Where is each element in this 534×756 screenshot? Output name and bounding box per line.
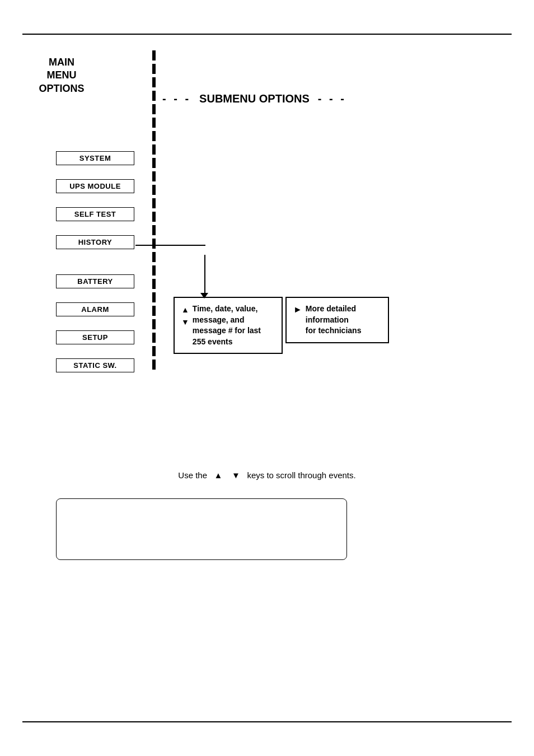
right-arrow-icon: ► — [293, 304, 302, 316]
submenu-box1-line2: message, and — [193, 315, 261, 326]
history-connector-line — [135, 245, 205, 246]
main-menu-line1: MAIN — [49, 57, 74, 68]
menu-item-ups-module[interactable]: UPS MODULE — [56, 179, 134, 193]
submenu-box1-line1: Time, date, value, — [193, 304, 261, 315]
submenu-title: SUBMENU OPTIONS — [199, 92, 310, 105]
menu-item-static-sw[interactable]: STATIC SW. — [56, 358, 134, 372]
menu-item-battery[interactable]: BATTERY — [56, 274, 134, 288]
bottom-info-box — [56, 498, 347, 560]
main-menu-label: MAIN MENU OPTIONS — [34, 56, 90, 95]
menu-item-system-label: SYSTEM — [79, 154, 111, 162]
down-arrow-icon: ▼ — [181, 316, 189, 328]
bottom-rule — [22, 721, 512, 722]
submenu-dashes-left: - - - — [162, 92, 191, 105]
scroll-instruction-text: Use the ▲ ▼ keys to scroll through event… — [0, 470, 534, 480]
menu-item-history-label: HISTORY — [78, 238, 113, 246]
menu-item-self-test[interactable]: SELF TEST — [56, 207, 134, 221]
submenu-options-label: - - - SUBMENU OPTIONS - - - — [162, 92, 346, 105]
main-menu-line2: MENU — [47, 69, 77, 81]
menu-item-battery-label: BATTERY — [77, 277, 113, 286]
menu-item-ups-module-label: UPS MODULE — [69, 182, 121, 190]
menu-item-alarm-label: ALARM — [81, 305, 109, 314]
menu-item-setup-label: SETUP — [82, 333, 108, 342]
top-rule — [22, 34, 512, 35]
submenu-box1-line3: message # for last — [193, 325, 261, 337]
submenu-dashes-right: - - - — [318, 92, 346, 105]
menu-item-setup[interactable]: SETUP — [56, 330, 134, 344]
main-menu-line3: OPTIONS — [39, 83, 84, 94]
menu-item-static-sw-label: STATIC SW. — [73, 361, 116, 370]
submenu-box-history-detail: ▲ ▼ Time, date, value, message, and mess… — [174, 297, 283, 354]
up-arrow-icon: ▲ — [181, 304, 189, 316]
submenu-box2-line1: More detailed — [306, 304, 362, 315]
down-arrow-line — [204, 255, 205, 294]
submenu-box-technician-detail: ► More detailed information for technici… — [285, 297, 389, 343]
submenu-box2-line3: for technicians — [306, 325, 362, 337]
submenu-box1-line4: 255 events — [193, 337, 261, 348]
submenu-box2-line2: information — [306, 315, 362, 326]
menu-item-history[interactable]: HISTORY — [56, 235, 134, 249]
menu-item-system[interactable]: SYSTEM — [56, 151, 134, 165]
menu-item-self-test-label: SELF TEST — [74, 210, 116, 218]
menu-item-alarm[interactable]: ALARM — [56, 302, 134, 316]
